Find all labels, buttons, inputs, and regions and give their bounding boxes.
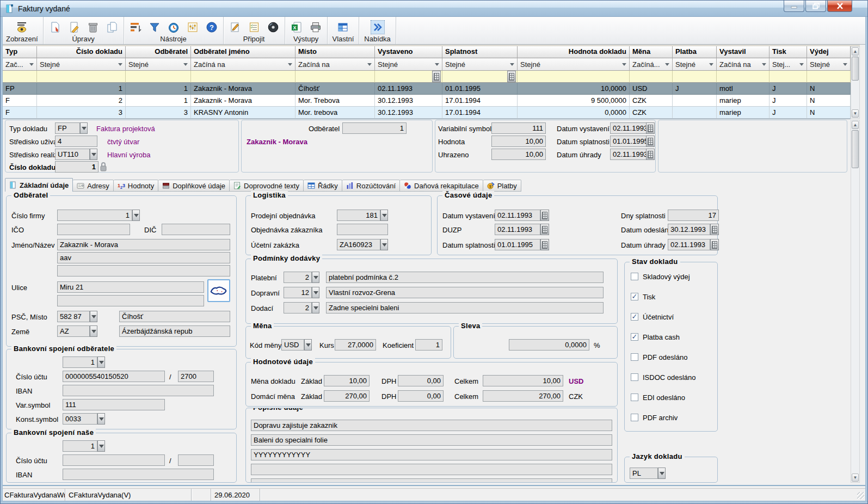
popisne-line1-field[interactable]: Dopravu zajistuje zakaznik (251, 420, 612, 431)
ucetni-zakazka-field[interactable]: ZA160923 (337, 239, 380, 250)
chevron-down-icon[interactable] (762, 63, 766, 68)
popisne-line5-field[interactable] (251, 478, 612, 483)
datum-splatnosti-calendar-icon[interactable] (540, 239, 549, 250)
popisne-line3-field[interactable]: YYYYYYYYYYYY (251, 449, 612, 460)
grid-filter-input-5[interactable] (375, 71, 442, 83)
tab-hodnoty[interactable]: 123Hodnoty (114, 180, 158, 192)
grid-filter-input-12[interactable] (807, 71, 851, 83)
zeme-dropdown[interactable] (90, 325, 97, 337)
kurs-field[interactable]: 27,0000 (335, 339, 376, 351)
dopravni-desc-field[interactable]: Vlastní rozvoz-Grena (326, 287, 604, 298)
clock-icon[interactable] (167, 21, 180, 34)
grid-row-1[interactable]: F21Zakaznik - MoravaMor. Trebova30.12.19… (3, 95, 851, 107)
grid-column-header-3[interactable]: Odběratel jméno (191, 46, 296, 58)
note-icon[interactable] (229, 21, 242, 34)
datum-uhrady-calendar-icon[interactable] (710, 239, 719, 250)
misto-field[interactable]: Číhošť (119, 311, 230, 322)
disc-icon[interactable] (267, 21, 280, 34)
printer-icon[interactable] (309, 21, 322, 34)
grid-filter-5[interactable]: Stejné (375, 58, 442, 71)
bank-nase-ucet-field[interactable] (63, 454, 165, 466)
var-symbol-field[interactable]: 111 (63, 399, 165, 410)
grid-filter-calendar-icon-5[interactable] (432, 71, 441, 82)
detail-scroll-thumb[interactable] (852, 130, 859, 168)
celkem1-field[interactable]: 10,00 (483, 375, 563, 386)
jazyk-dokladu-dropdown[interactable] (658, 468, 666, 479)
grid-filter-0[interactable]: Zač... (3, 58, 37, 71)
datum-odeslani-field[interactable]: 30.12.1993 (668, 224, 710, 235)
bank-nase-index-field[interactable]: 1 (63, 440, 97, 452)
new-doc-icon[interactable] (48, 21, 61, 34)
platebni-code-field[interactable]: 2 (284, 272, 312, 283)
grid-filter-9[interactable]: Stejné (673, 58, 717, 71)
jmeno-line2-field[interactable]: aav (57, 252, 230, 263)
bank-nase-index-dropdown[interactable] (97, 440, 105, 452)
tab-zakladni-udaje[interactable]: Základní údaje (5, 178, 73, 192)
map-button[interactable] (207, 279, 230, 302)
detail-scroll-up-icon[interactable]: ▲ (852, 121, 859, 129)
dny-splatnosti-field[interactable]: 17 (668, 210, 719, 221)
checkbox-pdf-archiv[interactable] (631, 414, 638, 421)
grid-column-header-0[interactable]: Typ (3, 46, 37, 58)
chevron-down-icon[interactable] (435, 63, 439, 68)
grid-filter-input-2[interactable] (126, 71, 191, 83)
popisne-line4-field[interactable] (251, 464, 612, 475)
zeme-code-field[interactable]: AZ (57, 325, 90, 337)
bank-odb-kod-banky-field[interactable]: 2700 (178, 371, 214, 382)
settings-icon[interactable] (186, 21, 199, 34)
grid-filter-input-11[interactable] (769, 71, 807, 83)
duzp-calendar-icon[interactable] (540, 224, 549, 235)
tab-doprovodne-texty[interactable]: Doprovodné texty (230, 180, 304, 192)
bank-odb-index-field[interactable]: 1 (63, 357, 97, 368)
chevron-down-icon[interactable] (183, 63, 188, 68)
grid-column-header-8[interactable]: Měna (630, 46, 673, 58)
help-icon[interactable]: ? (205, 21, 218, 34)
detail-datum-splatnosti-calendar-icon[interactable] (646, 136, 655, 147)
grid-filter-2[interactable]: Stejné (126, 58, 191, 71)
grid-column-header-11[interactable]: Tisk (769, 46, 807, 58)
grid-filter-input-4[interactable] (296, 71, 375, 83)
grid-column-header-9[interactable]: Platba (673, 46, 717, 58)
tab-doplnkove-udaje[interactable]: Doplňkové údaje (158, 180, 230, 192)
kod-meny-dropdown[interactable] (304, 339, 312, 351)
detail-scroll-down-icon[interactable]: ▼ (852, 474, 859, 482)
ucetni-zakazka-dropdown[interactable] (380, 239, 388, 250)
grid-filter-input-0[interactable] (3, 71, 37, 83)
popisne-line2-field[interactable]: Baleni do specialni folie (251, 434, 612, 446)
chevron-down-icon[interactable] (843, 63, 847, 68)
duzp-field[interactable]: 02.11.1993 (495, 224, 540, 235)
detail-datum-uhrady-calendar-icon[interactable] (646, 149, 655, 160)
detail-scrollbar[interactable]: ▲ ▼ (851, 120, 860, 483)
chevron-down-icon[interactable] (799, 63, 804, 68)
grid-filter-input-7[interactable] (518, 71, 630, 83)
checkbox--etnictv-[interactable]: ✓ (631, 313, 638, 321)
stredisko-realizace-dropdown[interactable] (90, 149, 97, 160)
grid-row-2[interactable]: F33KRASNY AntoninMor. trebova30.12.19931… (3, 107, 851, 119)
datum-splatnosti-field[interactable]: 01.01.1995 (495, 239, 540, 250)
zaklad2-field[interactable]: 270,00 (324, 390, 370, 402)
restore-button[interactable] (805, 1, 826, 12)
grid-filter-calendar-icon-6[interactable] (507, 71, 516, 82)
celkem2-field[interactable]: 270,00 (483, 390, 563, 402)
dodaci-dropdown[interactable] (312, 302, 319, 314)
grid-filter-input-6[interactable] (442, 71, 518, 83)
datum-vystaveni-field[interactable]: 02.11.1993 (495, 210, 540, 221)
dodaci-code-field[interactable]: 2 (284, 302, 312, 314)
copy-icon[interactable] (106, 21, 119, 34)
dopravni-code-field[interactable]: 12 (284, 287, 312, 298)
bank-odb-ucet-field[interactable]: 0000005540150520 (63, 371, 165, 382)
checkbox-skladov-v-dej[interactable] (631, 273, 638, 280)
datum-vystaveni-calendar-icon[interactable] (540, 210, 549, 221)
psc-field[interactable]: 582 87 (57, 311, 90, 322)
sort-icon[interactable] (129, 21, 142, 34)
grid-column-header-2[interactable]: Odběratel (126, 46, 191, 58)
grid-filter-input-10[interactable] (717, 71, 769, 83)
dph1-field[interactable]: 0,00 (398, 375, 444, 386)
grid-filter-11[interactable]: Stej... (769, 58, 807, 71)
psc-dropdown[interactable] (90, 311, 97, 322)
variabilni-symbol-field[interactable]: 111 (491, 122, 546, 134)
grid-column-header-4[interactable]: Místo (296, 46, 375, 58)
tab-danova-rekapitulace[interactable]: Daňová rekapitulace (400, 180, 483, 192)
ico-field[interactable] (57, 224, 130, 235)
chevron-down-icon[interactable] (622, 63, 626, 68)
